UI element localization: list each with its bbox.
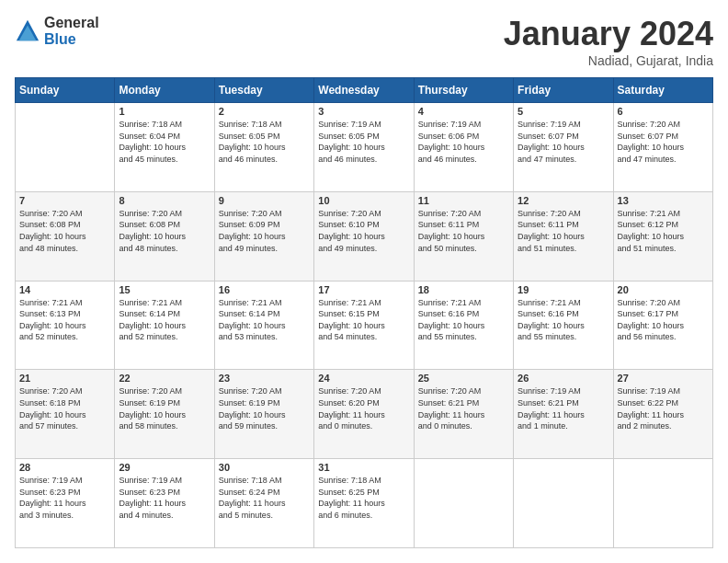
day-info: Sunrise: 7:20 AM Sunset: 6:19 PM Dayligh… (219, 385, 310, 431)
calendar-week-2: 7Sunrise: 7:20 AM Sunset: 6:08 PM Daylig… (16, 191, 713, 281)
calendar-cell: 9Sunrise: 7:20 AM Sunset: 6:09 PM Daylig… (214, 191, 313, 281)
day-number: 28 (19, 462, 110, 473)
day-info: Sunrise: 7:21 AM Sunset: 6:12 PM Dayligh… (618, 208, 709, 254)
day-info: Sunrise: 7:21 AM Sunset: 6:15 PM Dayligh… (318, 297, 409, 343)
day-info: Sunrise: 7:20 AM Sunset: 6:10 PM Dayligh… (318, 208, 409, 254)
calendar-cell: 27Sunrise: 7:19 AM Sunset: 6:22 PM Dayli… (613, 370, 712, 459)
day-info: Sunrise: 7:18 AM Sunset: 6:24 PM Dayligh… (219, 475, 310, 521)
day-info: Sunrise: 7:20 AM Sunset: 6:11 PM Dayligh… (518, 208, 609, 254)
calendar-cell: 4Sunrise: 7:19 AM Sunset: 6:06 PM Daylig… (414, 103, 513, 192)
calendar-cell: 8Sunrise: 7:20 AM Sunset: 6:08 PM Daylig… (115, 191, 214, 281)
day-number: 3 (318, 106, 409, 117)
logo-blue: Blue (44, 31, 76, 47)
day-info: Sunrise: 7:20 AM Sunset: 6:08 PM Dayligh… (119, 208, 210, 254)
calendar-cell: 17Sunrise: 7:21 AM Sunset: 6:15 PM Dayli… (314, 281, 414, 370)
calendar-week-4: 21Sunrise: 7:20 AM Sunset: 6:18 PM Dayli… (16, 370, 713, 459)
day-info: Sunrise: 7:20 AM Sunset: 6:21 PM Dayligh… (418, 385, 509, 431)
calendar-body: 1Sunrise: 7:18 AM Sunset: 6:04 PM Daylig… (16, 103, 713, 548)
day-info: Sunrise: 7:19 AM Sunset: 6:06 PM Dayligh… (418, 119, 509, 165)
day-info: Sunrise: 7:20 AM Sunset: 6:20 PM Dayligh… (318, 385, 409, 431)
day-number: 2 (219, 106, 310, 117)
logo-icon (15, 18, 40, 44)
logo: General Blue (15, 15, 99, 48)
col-thursday: Thursday (414, 78, 513, 103)
calendar-table: Sunday Monday Tuesday Wednesday Thursday… (15, 77, 713, 548)
day-number: 10 (318, 195, 409, 206)
day-info: Sunrise: 7:21 AM Sunset: 6:14 PM Dayligh… (119, 297, 210, 343)
calendar-cell: 30Sunrise: 7:18 AM Sunset: 6:24 PM Dayli… (214, 459, 313, 548)
day-number: 4 (418, 106, 509, 117)
calendar-cell: 13Sunrise: 7:21 AM Sunset: 6:12 PM Dayli… (613, 191, 712, 281)
calendar-cell: 2Sunrise: 7:18 AM Sunset: 6:05 PM Daylig… (214, 103, 313, 192)
title-block: January 2024 Nadiad, Gujarat, India (504, 15, 713, 68)
day-info: Sunrise: 7:21 AM Sunset: 6:14 PM Dayligh… (219, 297, 310, 343)
calendar-cell (514, 459, 613, 548)
day-info: Sunrise: 7:20 AM Sunset: 6:09 PM Dayligh… (219, 208, 310, 254)
day-info: Sunrise: 7:20 AM Sunset: 6:07 PM Dayligh… (618, 119, 709, 165)
day-info: Sunrise: 7:21 AM Sunset: 6:16 PM Dayligh… (418, 297, 509, 343)
day-info: Sunrise: 7:21 AM Sunset: 6:13 PM Dayligh… (19, 297, 110, 343)
col-wednesday: Wednesday (314, 78, 414, 103)
day-number: 30 (219, 462, 310, 473)
month-title: January 2024 (504, 15, 713, 53)
day-info: Sunrise: 7:20 AM Sunset: 6:08 PM Dayligh… (19, 208, 110, 254)
day-number: 26 (518, 373, 609, 384)
calendar-cell: 19Sunrise: 7:21 AM Sunset: 6:16 PM Dayli… (514, 281, 613, 370)
calendar-cell: 26Sunrise: 7:19 AM Sunset: 6:21 PM Dayli… (514, 370, 613, 459)
logo-text: General Blue (44, 15, 99, 48)
day-number: 13 (618, 195, 709, 206)
calendar-cell: 24Sunrise: 7:20 AM Sunset: 6:20 PM Dayli… (314, 370, 414, 459)
day-number: 5 (518, 106, 609, 117)
calendar-cell: 10Sunrise: 7:20 AM Sunset: 6:10 PM Dayli… (314, 191, 414, 281)
col-sunday: Sunday (16, 78, 115, 103)
day-number: 15 (119, 284, 210, 295)
day-info: Sunrise: 7:21 AM Sunset: 6:16 PM Dayligh… (518, 297, 609, 343)
day-info: Sunrise: 7:20 AM Sunset: 6:17 PM Dayligh… (618, 297, 709, 343)
calendar-cell: 12Sunrise: 7:20 AM Sunset: 6:11 PM Dayli… (514, 191, 613, 281)
location: Nadiad, Gujarat, India (504, 53, 713, 68)
day-number: 22 (119, 373, 210, 384)
day-info: Sunrise: 7:19 AM Sunset: 6:21 PM Dayligh… (518, 385, 609, 431)
day-info: Sunrise: 7:18 AM Sunset: 6:04 PM Dayligh… (119, 119, 210, 165)
calendar-cell: 20Sunrise: 7:20 AM Sunset: 6:17 PM Dayli… (613, 281, 712, 370)
calendar-cell: 5Sunrise: 7:19 AM Sunset: 6:07 PM Daylig… (514, 103, 613, 192)
day-number: 24 (318, 373, 409, 384)
day-info: Sunrise: 7:19 AM Sunset: 6:07 PM Dayligh… (518, 119, 609, 165)
calendar-cell: 15Sunrise: 7:21 AM Sunset: 6:14 PM Dayli… (115, 281, 214, 370)
col-monday: Monday (115, 78, 214, 103)
day-number: 16 (219, 284, 310, 295)
day-number: 27 (618, 373, 709, 384)
calendar-cell: 6Sunrise: 7:20 AM Sunset: 6:07 PM Daylig… (613, 103, 712, 192)
col-tuesday: Tuesday (214, 78, 313, 103)
day-number: 1 (119, 106, 210, 117)
day-number: 29 (119, 462, 210, 473)
calendar-cell (16, 103, 115, 192)
day-number: 20 (618, 284, 709, 295)
calendar-cell (414, 459, 513, 548)
calendar-cell: 23Sunrise: 7:20 AM Sunset: 6:19 PM Dayli… (214, 370, 313, 459)
day-info: Sunrise: 7:18 AM Sunset: 6:25 PM Dayligh… (318, 475, 409, 521)
day-info: Sunrise: 7:20 AM Sunset: 6:18 PM Dayligh… (19, 385, 110, 431)
calendar-cell: 28Sunrise: 7:19 AM Sunset: 6:23 PM Dayli… (16, 459, 115, 548)
day-number: 7 (19, 195, 110, 206)
day-number: 14 (19, 284, 110, 295)
day-number: 23 (219, 373, 310, 384)
calendar-header-row: Sunday Monday Tuesday Wednesday Thursday… (16, 78, 713, 103)
calendar-cell: 7Sunrise: 7:20 AM Sunset: 6:08 PM Daylig… (16, 191, 115, 281)
day-number: 19 (518, 284, 609, 295)
page: General Blue January 2024 Nadiad, Gujara… (0, 0, 728, 563)
calendar-cell: 29Sunrise: 7:19 AM Sunset: 6:23 PM Dayli… (115, 459, 214, 548)
day-number: 6 (618, 106, 709, 117)
calendar-week-3: 14Sunrise: 7:21 AM Sunset: 6:13 PM Dayli… (16, 281, 713, 370)
day-number: 17 (318, 284, 409, 295)
day-info: Sunrise: 7:19 AM Sunset: 6:05 PM Dayligh… (318, 119, 409, 165)
calendar-cell: 25Sunrise: 7:20 AM Sunset: 6:21 PM Dayli… (414, 370, 513, 459)
day-info: Sunrise: 7:18 AM Sunset: 6:05 PM Dayligh… (219, 119, 310, 165)
day-info: Sunrise: 7:20 AM Sunset: 6:11 PM Dayligh… (418, 208, 509, 254)
day-number: 18 (418, 284, 509, 295)
calendar-week-5: 28Sunrise: 7:19 AM Sunset: 6:23 PM Dayli… (16, 459, 713, 548)
day-number: 21 (19, 373, 110, 384)
calendar-cell: 16Sunrise: 7:21 AM Sunset: 6:14 PM Dayli… (214, 281, 313, 370)
day-number: 11 (418, 195, 509, 206)
col-saturday: Saturday (613, 78, 712, 103)
